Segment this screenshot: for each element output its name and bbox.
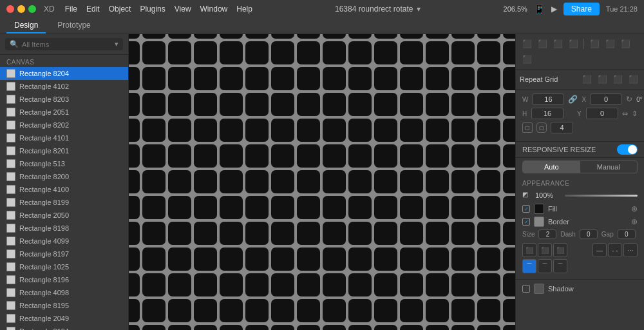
menu-file[interactable]: File [65, 5, 77, 14]
grid-cell[interactable] [400, 93, 423, 116]
tab-prototype[interactable]: Prototype [50, 18, 98, 34]
grid-cell[interactable] [297, 67, 320, 90]
grid-cell[interactable] [426, 144, 449, 168]
grid-cell[interactable] [477, 248, 500, 271]
grid-cell[interactable] [348, 170, 372, 193]
grid-cell[interactable] [477, 299, 500, 322]
grid-cell[interactable] [323, 222, 346, 245]
grid-cell[interactable] [271, 93, 294, 116]
grid-cell[interactable] [142, 273, 166, 296]
grid-cell[interactable] [168, 41, 191, 64]
rotation-icon[interactable]: ↻ [626, 95, 632, 104]
copy-btn-4[interactable]: ⬛ [626, 72, 640, 86]
grid-cell[interactable] [477, 273, 500, 296]
grid-cell[interactable] [477, 34, 500, 39]
layers-list-item[interactable]: Rectangle 8196 [0, 273, 128, 286]
align-bottom-btn[interactable]: ⬛ [618, 37, 632, 51]
grid-cell[interactable] [168, 67, 191, 90]
eyedropper-icon[interactable]: ⊕ [631, 204, 638, 213]
layers-list-item[interactable]: Rectangle 2050 [0, 209, 128, 222]
grid-cell[interactable] [297, 119, 320, 142]
grid-cell[interactable] [451, 325, 475, 331]
grid-cell[interactable] [142, 93, 166, 116]
grid-cell[interactable] [400, 299, 423, 322]
y-input[interactable] [586, 108, 618, 119]
grid-cell[interactable] [194, 248, 217, 271]
flip-v-icon[interactable]: ⇕ [632, 110, 638, 118]
layers-list-item[interactable]: Rectangle 8199 [0, 196, 128, 209]
gap-input[interactable] [618, 229, 636, 239]
copy-btn-2[interactable]: ⬛ [595, 72, 609, 86]
grid-cell[interactable] [129, 144, 140, 168]
grid-cell[interactable] [451, 273, 475, 296]
grid-cell[interactable] [323, 67, 346, 90]
grid-cell[interactable] [400, 119, 423, 142]
dash-style-3[interactable]: ··· [623, 243, 638, 257]
grid-cell[interactable] [451, 222, 475, 245]
grid-cell[interactable] [220, 119, 243, 142]
grid-cell[interactable] [400, 196, 423, 219]
grid-cell[interactable] [245, 273, 269, 296]
grid-cell[interactable] [323, 34, 346, 39]
grid-cell[interactable] [400, 144, 423, 168]
grid-cell[interactable] [451, 119, 475, 142]
grid-cell[interactable] [220, 41, 243, 64]
grid-cell[interactable] [220, 273, 243, 296]
grid-cell[interactable] [297, 144, 320, 168]
grid-cell[interactable] [426, 34, 449, 39]
grid-cell[interactable] [426, 299, 449, 322]
grid-cell[interactable] [220, 325, 243, 331]
grid-cell[interactable] [426, 41, 449, 64]
layers-list-item[interactable]: Rectangle 4102 [0, 80, 128, 93]
grid-cell[interactable] [297, 170, 320, 193]
grid-cell[interactable] [271, 67, 294, 90]
grid-cell[interactable] [220, 170, 243, 193]
grid-cell[interactable] [297, 273, 320, 296]
layers-list-item[interactable]: Rectangle 2049 [0, 312, 128, 325]
maximize-button[interactable] [28, 5, 36, 13]
border-center-btn[interactable]: ⬛ [538, 243, 552, 257]
grid-cell[interactable] [194, 34, 217, 39]
auto-tab[interactable]: Auto [523, 161, 580, 173]
layers-list-item[interactable]: Rectangle 8195 [0, 299, 128, 312]
share-button[interactable]: Share [564, 3, 600, 15]
grid-cell[interactable] [220, 144, 243, 168]
grid-cell[interactable] [451, 41, 475, 64]
minimize-button[interactable] [17, 5, 25, 13]
grid-cell[interactable] [323, 93, 346, 116]
align-right-edge-btn[interactable]: ⬛ [566, 37, 580, 51]
grid-cell[interactable] [374, 273, 397, 296]
grid-cell[interactable] [503, 170, 515, 193]
grid-cell[interactable] [348, 248, 372, 271]
grid-cell[interactable] [168, 119, 191, 142]
manual-tab[interactable]: Manual [580, 161, 638, 173]
grid-cell[interactable] [400, 222, 423, 245]
grid-cell[interactable] [168, 144, 191, 168]
grid-cell[interactable] [323, 299, 346, 322]
grid-cell[interactable] [297, 325, 320, 331]
grid-cell[interactable] [142, 34, 166, 39]
grid-cell[interactable] [168, 34, 191, 39]
grid-cell[interactable] [194, 273, 217, 296]
menu-plugins[interactable]: Plugins [140, 5, 165, 14]
layers-list-item[interactable]: Rectangle 513 [0, 157, 128, 170]
grid-cell[interactable] [374, 34, 397, 39]
layers-list-item[interactable]: Rectangle 8198 [0, 222, 128, 235]
grid-cell[interactable] [142, 41, 166, 64]
border-checkbox[interactable] [522, 218, 530, 226]
join-round-btn[interactable]: ⌒ [522, 259, 536, 273]
layers-list-item[interactable]: Rectangle 2051 [0, 106, 128, 119]
grid-cell[interactable] [451, 248, 475, 271]
grid-cell[interactable] [426, 273, 449, 296]
border-inner-btn[interactable]: ⬛ [522, 243, 536, 257]
grid-cell[interactable] [503, 119, 515, 142]
w-input[interactable] [532, 93, 564, 105]
grid-cell[interactable] [451, 196, 475, 219]
grid-cell[interactable] [426, 222, 449, 245]
align-center-btn[interactable]: ⬛ [535, 37, 549, 51]
grid-cell[interactable] [451, 299, 475, 322]
grid-cell[interactable] [220, 34, 243, 39]
grid-cell[interactable] [297, 222, 320, 245]
grid-cell[interactable] [129, 299, 140, 322]
menu-help[interactable]: Help [236, 5, 252, 14]
